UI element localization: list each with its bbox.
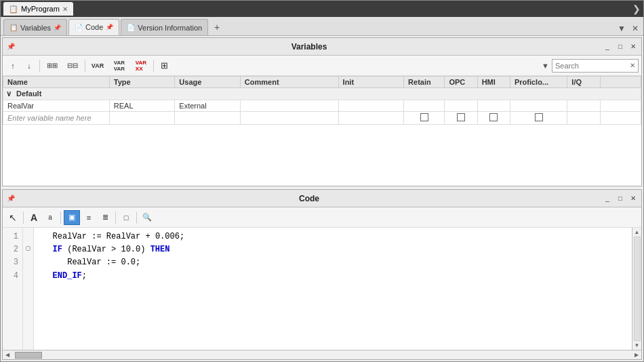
cursor-tool-button[interactable]: ↖ [5,210,20,225]
expand-all-button[interactable]: ⊞⊞ [43,58,62,73]
code-right-scrollbar[interactable]: ▲ ▼ [632,228,641,350]
code-varname-4: RealVar [67,256,101,269]
scroll-track[interactable] [634,237,641,341]
move-up-button[interactable]: ↑ [5,58,20,73]
var-type-button-1[interactable]: VAR [88,58,107,73]
code-editor[interactable]: 1 2 3 4 ▢ [3,228,632,350]
pin-variables-button[interactable]: 📌 [5,41,16,52]
new-var-init-cell [338,112,404,125]
title-close-button[interactable]: ✕ [62,5,68,13]
code-toolbar-sep-3 [115,212,116,224]
code-toolbar-sep-1 [23,212,24,224]
new-var-retain-cell[interactable] [404,112,445,125]
fold-button-2[interactable]: ▢ [23,243,33,254]
var-usage-cell: External [175,100,241,112]
table-view-button[interactable]: ⊞ [157,58,172,73]
new-variable-row[interactable]: Enter variable name here [3,112,641,125]
code-toolbar-sep-2 [60,212,61,224]
hmi-checkbox[interactable] [489,113,498,121]
h-scrollbar-thumb[interactable] [15,352,42,359]
new-var-hmi-cell[interactable] [477,112,510,125]
main-window: 📋 MyProgram ✕ ❯ 📋 Variables 📌 📄 Code 📌 📄… [0,0,644,362]
col-header-extra [600,77,641,88]
table-row[interactable]: RealVar REAL External [3,100,641,112]
minimize-variables-button[interactable]: _ [602,41,613,52]
opc-checkbox[interactable] [457,113,465,121]
scroll-left-arrow[interactable]: ◀ [3,352,12,358]
variables-table: Name Type Usage Comment Init Retain OPC … [3,76,641,125]
close-variables-button[interactable]: ✕ [628,41,639,52]
tab-variables-icon: 📋 [9,24,18,31]
scroll-right-arrow[interactable]: ▶ [632,352,641,358]
var-type-cell: REAL [109,100,175,112]
block-button[interactable]: □ [119,210,134,225]
new-var-name-cell[interactable]: Enter variable name here [3,112,110,125]
search-code-button[interactable]: 🔍 [140,210,155,225]
collapse-all-button[interactable]: ⊟⊟ [63,58,82,73]
code-text[interactable]: RealVar := RealVar + 0.006; IF (RealVar … [34,228,632,350]
add-tab-button[interactable]: + [209,19,224,35]
scroll-up-arrow[interactable]: ▲ [633,228,641,237]
group-arrow-default[interactable]: ∨ [6,89,12,98]
variables-table-scroll[interactable]: Name Type Usage Comment Init Retain OPC … [3,76,641,186]
font-small-button[interactable]: a [43,210,58,225]
search-clear-button[interactable]: ✕ [630,62,635,69]
col-header-comment: Comment [240,77,338,88]
search-input[interactable] [555,62,630,70]
col-header-type: Type [109,77,175,88]
tab-variables[interactable]: 📋 Variables 📌 [3,19,67,35]
code-line-3: RealVar := 0.0; [38,256,628,269]
maximize-code-button[interactable]: □ [615,193,626,204]
toolbar-sep-1 [39,60,40,72]
retain-checkbox[interactable] [420,113,428,121]
indent-button[interactable]: ≡ [81,210,96,225]
move-down-button[interactable]: ↓ [22,58,37,73]
tab-variables-label: Variables [20,24,51,32]
scroll-down-arrow[interactable]: ▼ [633,341,641,350]
code-varname-1: RealVar [53,230,87,243]
var-proficlo-cell[interactable] [510,100,567,112]
close-code-button[interactable]: ✕ [628,193,639,204]
pin-code-button[interactable]: 📌 [5,193,16,204]
new-var-proficlo-cell[interactable] [510,112,567,125]
tab-version-icon: 📄 [127,24,135,31]
var-type-button-3[interactable]: VARXX [132,58,150,73]
font-large-button[interactable]: A [26,210,41,225]
var-retain-cell[interactable] [404,100,445,112]
toolbar-sep-3 [153,60,154,72]
tab-code[interactable]: 📄 Code 📌 [68,19,119,35]
col-header-name: Name [3,77,110,88]
new-var-opc-cell[interactable] [445,112,477,125]
code-bottom-scrollbar[interactable]: ◀ ▶ [3,350,641,359]
group-label-default: Default [16,89,41,98]
title-tab-label: MyProgram [21,5,60,13]
code-kw-endif: END_IF [53,270,82,283]
tab-down-button[interactable]: ▼ [616,23,627,34]
title-collapse-icon[interactable]: ❯ [632,3,641,14]
maximize-variables-button[interactable]: □ [615,41,626,52]
col-header-proficlo: Proficlo... [510,77,567,88]
new-var-extra-cell [600,112,641,125]
code-line-2: IF (RealVar > 10.0) THEN [38,243,628,256]
code-toolbar: ↖ A a ▣ ≡ ≣ □ 🔍 [3,207,641,228]
title-tab[interactable]: 📋 MyProgram ✕ [3,2,73,16]
var-opc-cell[interactable] [445,100,477,112]
group-row-default[interactable]: ∨ Default [3,88,641,100]
var-type-button-2[interactable]: VARVAR [108,58,130,73]
search-box: ✕ [552,59,639,73]
tab-close-button[interactable]: ✕ [630,23,641,34]
new-var-iq-cell [567,112,600,125]
proficlo-checkbox[interactable] [535,113,543,121]
var-hmi-cell[interactable] [477,100,510,112]
tab-version[interactable]: 📄 Version Information [121,19,208,35]
code-panel-left-controls: 📌 [5,193,16,204]
minimize-code-button[interactable]: _ [602,193,613,204]
new-var-usage-cell [175,112,241,125]
line-numbers: 1 2 3 4 [3,228,23,350]
outdent-button[interactable]: ≣ [98,210,113,225]
highlight-button[interactable]: ▣ [64,210,80,225]
new-var-type-cell [109,112,175,125]
code-kw-if: IF [53,243,62,256]
var-iq-cell [567,100,600,112]
code-panel-header: 📌 Code _ □ ✕ [3,190,641,207]
